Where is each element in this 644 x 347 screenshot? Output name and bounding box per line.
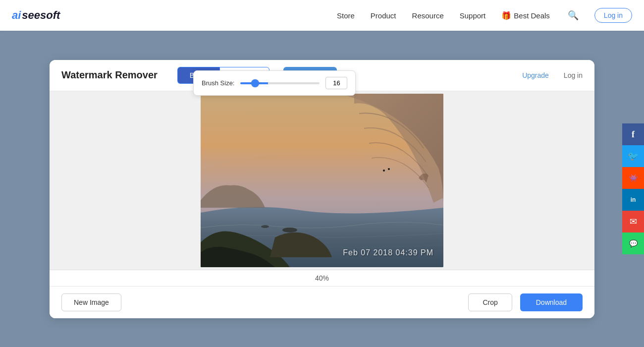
zoom-level: 40%: [315, 274, 329, 282]
image-canvas[interactable]: Feb 07 2018 04:39 PM: [201, 94, 443, 267]
nav-product[interactable]: Product: [371, 11, 396, 20]
watermark-remover-card: Watermark Remover Brush Polygon Remove U…: [50, 60, 594, 318]
footer-right-buttons: Crop Download: [468, 293, 583, 311]
linkedin-share-button[interactable]: in: [622, 189, 644, 211]
crop-button[interactable]: Crop: [468, 293, 512, 311]
gift-icon: 🎁: [501, 11, 511, 20]
zoom-bar: 40%: [50, 270, 594, 286]
upgrade-link[interactable]: Upgrade: [522, 71, 549, 79]
social-sidebar: f 🐦 👾 in ✉ 💬: [622, 123, 644, 254]
svg-point-4: [383, 170, 385, 172]
reddit-icon: 👾: [629, 174, 638, 182]
nav-support[interactable]: Support: [460, 11, 486, 20]
linkedin-icon: in: [631, 196, 636, 203]
facebook-icon: f: [632, 129, 635, 140]
best-deals-label: Best Deals: [514, 11, 550, 20]
logo-rest: seesoft: [22, 9, 60, 22]
main-area: Watermark Remover Brush Polygon Remove U…: [0, 31, 644, 347]
brush-size-input[interactable]: [325, 77, 347, 89]
facebook-share-button[interactable]: f: [622, 123, 644, 145]
card-title: Watermark Remover: [61, 69, 158, 81]
new-image-button[interactable]: New Image: [61, 293, 121, 311]
card-body: Feb 07 2018 04:39 PM: [50, 91, 594, 270]
gmail-share-button[interactable]: ✉: [622, 211, 644, 232]
gmail-icon: ✉: [630, 216, 637, 227]
top-nav: aiseesoft Store Product Resource Support…: [0, 0, 644, 31]
svg-point-3: [261, 225, 269, 228]
twitter-share-button[interactable]: 🐦: [622, 145, 644, 167]
download-button[interactable]: Download: [520, 293, 583, 311]
whatsapp-icon: 💬: [629, 239, 638, 247]
reddit-share-button[interactable]: 👾: [622, 167, 644, 189]
nav-links: Store Product Resource Support 🎁 Best De…: [337, 8, 632, 23]
login-button[interactable]: Log in: [594, 8, 632, 23]
whatsapp-share-button[interactable]: 💬: [622, 232, 644, 254]
nav-resource[interactable]: Resource: [412, 11, 444, 20]
brush-size-slider[interactable]: [240, 82, 320, 84]
header-right: Upgrade Log in: [522, 71, 583, 79]
svg-point-5: [388, 168, 390, 170]
brush-size-label: Brush Size:: [202, 79, 234, 87]
logo[interactable]: aiseesoft: [12, 9, 60, 22]
svg-point-2: [282, 228, 297, 232]
brush-size-popover: Brush Size:: [193, 70, 356, 96]
logo-ai: ai: [12, 9, 21, 22]
twitter-icon: 🐦: [628, 151, 639, 162]
cliff-scene-svg: [201, 94, 443, 267]
card-footer: New Image Crop Download: [50, 286, 594, 318]
watermark-text: Feb 07 2018 04:39 PM: [343, 248, 433, 257]
nav-store[interactable]: Store: [337, 11, 355, 20]
header-login-link[interactable]: Log in: [564, 71, 583, 79]
best-deals-link[interactable]: 🎁 Best Deals: [501, 11, 550, 20]
search-icon[interactable]: 🔍: [568, 10, 579, 21]
